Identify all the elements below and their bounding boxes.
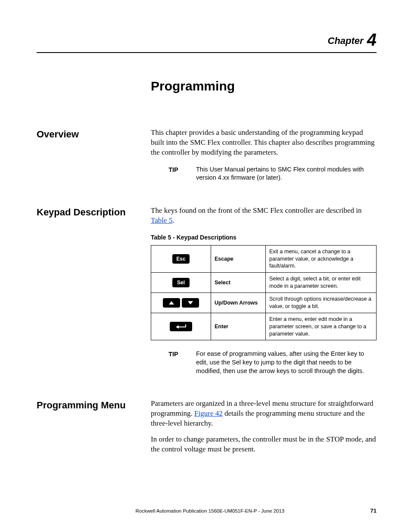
keypad-para-post: .	[172, 216, 174, 224]
arrow-keys-icon	[163, 298, 199, 308]
table5-link[interactable]: Table 5	[151, 216, 172, 224]
keypad-heading: Keypad Description	[37, 206, 151, 218]
section-menu: Programming Menu Parameters are organize…	[37, 399, 377, 460]
overview-tip: TIP This User Manual pertains to SMC Fle…	[151, 165, 377, 182]
overview-body: This chapter provides a basic understand…	[151, 128, 377, 182]
tip-text: This User Manual pertains to SMC Flex co…	[196, 165, 377, 182]
tip-label: TIP	[151, 165, 196, 182]
keypad-table: Esc Escape Exit a menu, cancel a change …	[151, 245, 377, 341]
svg-marker-0	[169, 301, 174, 305]
key-desc: Scroll through options increase/decrease…	[266, 293, 377, 313]
key-name: Up/Down Arrows	[211, 293, 266, 313]
svg-marker-2	[176, 325, 179, 329]
key-desc: Exit a menu, cancel a change to a parame…	[266, 245, 377, 273]
key-name: Select	[211, 273, 266, 293]
key-desc: Select a digit, select a bit, or enter e…	[266, 273, 377, 293]
footer-page-number: 71	[371, 507, 377, 514]
document-page: Chapter 4 Programming Overview This chap…	[0, 0, 411, 532]
key-desc: Enter a menu, enter edit mode in a param…	[266, 313, 377, 340]
sel-key-icon: Sel	[172, 278, 190, 287]
overview-heading: Overview	[37, 128, 151, 140]
table-row: Esc Escape Exit a menu, cancel a change …	[151, 245, 377, 273]
esc-key-icon: Esc	[172, 254, 190, 264]
figure42-link[interactable]: Figure 42	[194, 409, 223, 417]
key-name: Enter	[211, 313, 266, 340]
header-rule	[37, 52, 377, 53]
tip-label: TIP	[151, 350, 196, 375]
menu-paragraph-2: In order to change parameters, the contr…	[151, 435, 377, 454]
enter-key-icon	[170, 322, 192, 331]
overview-paragraph: This chapter provides a basic understand…	[151, 128, 377, 158]
keypad-body: The keys found on the front of the SMC F…	[151, 206, 377, 375]
key-sel-cell: Sel	[151, 273, 211, 293]
menu-paragraph-1: Parameters are organized in a three-leve…	[151, 399, 377, 429]
up-arrow-key-icon	[163, 298, 180, 308]
keypad-para-pre: The keys found on the front of the SMC F…	[151, 206, 362, 215]
table-row: Sel Select Select a digit, select a bit,…	[151, 273, 377, 293]
key-enter-cell	[151, 313, 211, 340]
chapter-heading: Chapter 4	[37, 30, 377, 50]
svg-marker-1	[188, 301, 193, 305]
section-keypad: Keypad Description The keys found on the…	[37, 206, 377, 375]
table-caption: Table 5 - Keypad Descriptions	[151, 233, 377, 242]
keypad-paragraph: The keys found on the front of the SMC F…	[151, 206, 377, 226]
tip-text: For ease of programming values, after us…	[196, 350, 377, 375]
down-arrow-key-icon	[182, 298, 199, 308]
key-arrows-cell	[151, 293, 211, 313]
table-row: Enter Enter a menu, enter edit mode in a…	[151, 313, 377, 340]
page-title: Programming	[151, 79, 377, 93]
chapter-number: 4	[367, 30, 377, 49]
menu-body: Parameters are organized in a three-leve…	[151, 399, 377, 460]
section-overview: Overview This chapter provides a basic u…	[37, 128, 377, 182]
chapter-label: Chapter	[328, 35, 364, 46]
key-esc-cell: Esc	[151, 245, 211, 273]
footer-publication: Rockwell Automation Publication 1560E-UM…	[50, 508, 371, 513]
keypad-tip: TIP For ease of programming values, afte…	[151, 350, 377, 375]
menu-heading: Programming Menu	[37, 399, 151, 411]
page-footer: Rockwell Automation Publication 1560E-UM…	[37, 507, 377, 514]
key-name: Escape	[211, 245, 266, 273]
table-row: Up/Down Arrows Scroll through options in…	[151, 293, 377, 313]
